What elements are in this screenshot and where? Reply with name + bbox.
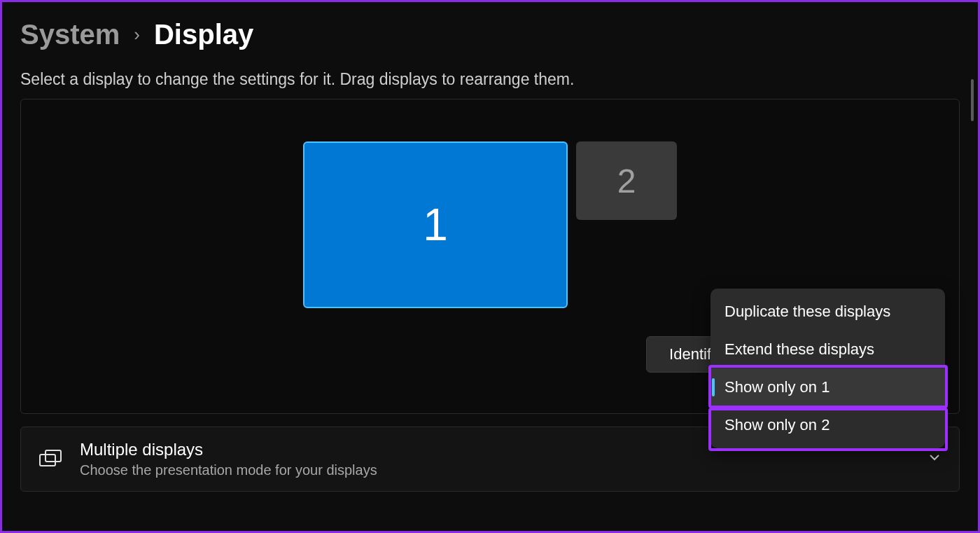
breadcrumb-parent[interactable]: System: [20, 19, 120, 50]
svg-rect-1: [46, 450, 61, 462]
scrollbar[interactable]: [971, 79, 974, 121]
menu-item-extend-displays[interactable]: Extend these displays: [710, 331, 945, 368]
page-title: Display: [154, 19, 253, 50]
instruction-text: Select a display to change the settings …: [20, 70, 960, 89]
chevron-right-icon: ›: [134, 24, 140, 46]
menu-item-show-only-2[interactable]: Show only on 2: [710, 406, 945, 444]
projection-mode-dropdown[interactable]: Duplicate these displays Extend these di…: [710, 289, 945, 448]
menu-item-duplicate-displays[interactable]: Duplicate these displays: [710, 293, 945, 331]
display-monitor-2[interactable]: 2: [576, 141, 677, 220]
display-monitor-1[interactable]: 1: [303, 141, 568, 308]
display-arrangement-panel: 1 2 Identify Duplicate these displays Ex…: [20, 99, 960, 414]
multiple-displays-icon: [39, 450, 63, 469]
section-subtitle: Choose the presentation mode for your di…: [80, 462, 911, 478]
breadcrumb: System › Display: [20, 19, 960, 50]
svg-rect-0: [40, 455, 55, 466]
menu-item-show-only-1[interactable]: Show only on 1: [710, 368, 945, 406]
chevron-down-icon: [928, 451, 941, 467]
